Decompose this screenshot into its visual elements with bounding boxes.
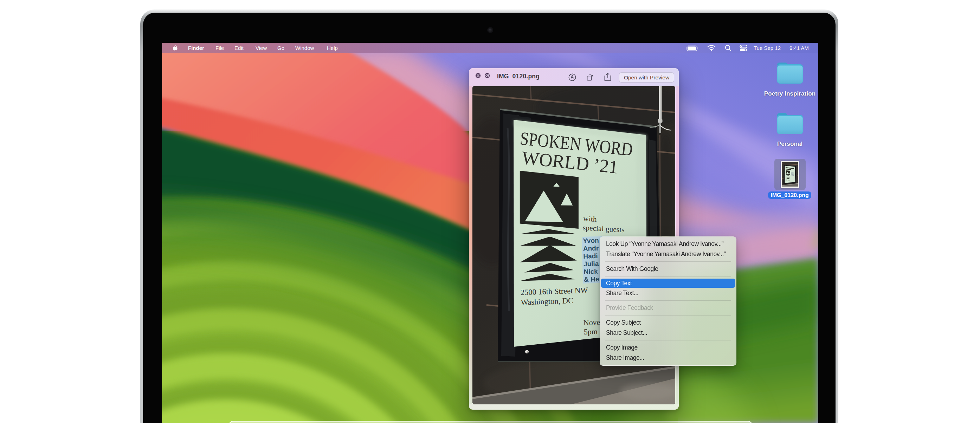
- svg-text:Hadi: Hadi: [583, 252, 598, 260]
- svg-text:Andr: Andr: [583, 245, 599, 252]
- svg-text:Nick: Nick: [584, 268, 598, 275]
- svg-text:Washington, DC: Washington, DC: [520, 296, 573, 307]
- svg-text:Nove: Nove: [583, 318, 600, 327]
- svg-text:& He: & He: [584, 275, 599, 283]
- svg-text:with: with: [583, 214, 597, 223]
- svg-text:Julia: Julia: [584, 260, 599, 268]
- svg-text:Yvon: Yvon: [583, 237, 599, 245]
